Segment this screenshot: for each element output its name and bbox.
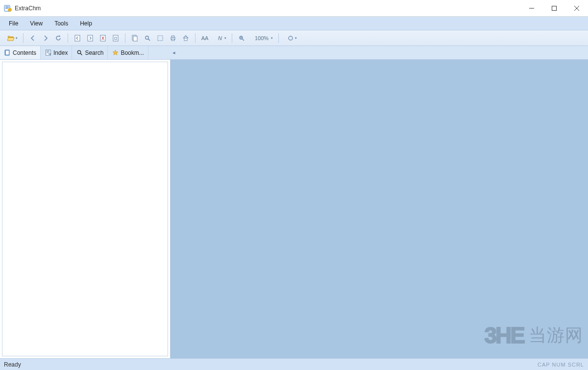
- svg-rect-22: [46, 50, 50, 55]
- home-button[interactable]: [180, 32, 192, 44]
- svg-rect-1: [5, 6, 9, 7]
- svg-point-19: [240, 36, 243, 39]
- tab-index[interactable]: Index: [41, 46, 72, 59]
- contents-tree-panel[interactable]: [2, 62, 168, 356]
- minimize-button[interactable]: [520, 0, 543, 16]
- menu-help[interactable]: Help: [74, 18, 98, 29]
- toolbar-separator: [125, 33, 125, 43]
- content-tab-strip: ◂: [171, 46, 588, 60]
- svg-rect-7: [88, 35, 93, 41]
- svg-rect-17: [172, 39, 174, 41]
- svg-rect-11: [132, 35, 136, 40]
- maximize-button[interactable]: [543, 0, 565, 16]
- svg-point-20: [289, 36, 293, 40]
- font-style-button[interactable]: N: [212, 32, 228, 44]
- svg-point-23: [49, 53, 50, 55]
- svg-rect-0: [4, 5, 10, 11]
- toolbar-separator: [23, 33, 24, 43]
- tab-bookmarks[interactable]: Bookm...: [108, 46, 148, 59]
- svg-rect-3: [5, 8, 8, 9]
- svg-rect-6: [75, 35, 80, 41]
- tab-label: Search: [85, 49, 103, 56]
- sidebar-tabstrip: Contents Index Search Bookm...: [0, 46, 171, 60]
- app-icon: [4, 4, 12, 12]
- svg-rect-10: [115, 37, 117, 40]
- zoom-level-dropdown[interactable]: 100%: [248, 32, 275, 44]
- font-size-button[interactable]: AA: [199, 32, 211, 44]
- watermark-logo: 3HE: [485, 322, 524, 348]
- status-bar: Ready CAP NUM SCRL: [0, 358, 588, 370]
- page-home-button[interactable]: [110, 32, 122, 44]
- menu-bar: File View Tools Help: [0, 17, 588, 30]
- svg-rect-18: [184, 38, 187, 41]
- watermark-text: 当游网: [529, 324, 583, 347]
- tab-search[interactable]: Search: [72, 46, 108, 59]
- close-button[interactable]: [565, 0, 588, 16]
- nav-forward-button[interactable]: [40, 32, 51, 44]
- svg-rect-8: [100, 35, 105, 41]
- star-icon: [112, 49, 119, 56]
- window-title: ExtraChm: [15, 5, 520, 12]
- sidebar: Contents Index Search Bookm...: [0, 46, 171, 358]
- status-indicators: CAP NUM SCRL: [538, 362, 584, 368]
- svg-rect-15: [171, 37, 175, 40]
- toolbar-separator: [68, 33, 68, 43]
- print-button[interactable]: [167, 32, 179, 44]
- find-button[interactable]: [142, 32, 153, 44]
- status-text: Ready: [4, 361, 21, 368]
- page-prev-button[interactable]: [72, 32, 83, 44]
- font-n-label: N: [217, 35, 223, 41]
- window-controls: [520, 0, 588, 16]
- options-button[interactable]: [282, 32, 299, 44]
- refresh-button[interactable]: [52, 32, 64, 44]
- tab-label: Index: [53, 49, 68, 56]
- svg-rect-21: [6, 51, 9, 55]
- tab-contents[interactable]: Contents: [0, 46, 41, 59]
- tab-label: Contents: [13, 49, 36, 56]
- svg-rect-2: [5, 7, 9, 8]
- content-area: ◂ 3HE 当游网: [171, 46, 588, 358]
- svg-rect-14: [158, 36, 163, 41]
- menu-view[interactable]: View: [24, 18, 49, 29]
- svg-point-24: [77, 50, 80, 53]
- zoom-level-label: 100%: [254, 35, 270, 41]
- page-stop-button[interactable]: [97, 32, 109, 44]
- svg-point-13: [146, 36, 148, 39]
- copy-button[interactable]: [129, 32, 141, 44]
- zoom-fit-button[interactable]: [236, 32, 247, 44]
- title-bar: ExtraChm: [0, 0, 588, 17]
- nav-back-button[interactable]: [27, 32, 39, 44]
- svg-rect-5: [552, 6, 557, 10]
- menu-file[interactable]: File: [3, 18, 24, 29]
- toolbar-separator: [195, 33, 196, 43]
- watermark: 3HE 当游网: [485, 322, 583, 348]
- toolbar-separator: [278, 33, 279, 43]
- book-icon: [4, 49, 11, 56]
- svg-rect-16: [172, 36, 174, 37]
- svg-rect-9: [113, 35, 118, 41]
- page-next-button[interactable]: [84, 32, 96, 44]
- main-area: Contents Index Search Bookm...: [0, 46, 588, 358]
- svg-point-4: [8, 8, 12, 11]
- toolbar-separator: [232, 33, 232, 43]
- svg-rect-12: [133, 36, 137, 41]
- chevron-left-icon[interactable]: ◂: [172, 49, 175, 56]
- search-icon: [76, 49, 83, 56]
- menu-tools[interactable]: Tools: [49, 18, 74, 29]
- toolbar: AA N 100%: [0, 30, 588, 46]
- font-aa-label: AA: [200, 35, 210, 41]
- tab-label: Bookm...: [121, 49, 144, 56]
- open-button[interactable]: [3, 32, 20, 44]
- select-all-button[interactable]: [154, 32, 166, 44]
- index-icon: [45, 49, 51, 56]
